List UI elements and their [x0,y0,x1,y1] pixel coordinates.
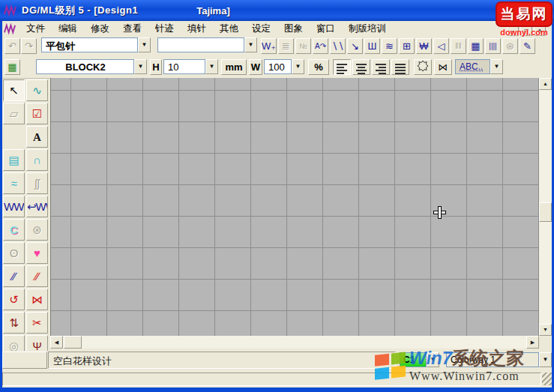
status-left-panel [2,352,47,369]
align-left-icon[interactable] [333,59,351,75]
width-combo[interactable]: 100 ▼ [264,59,304,76]
chevron-down-icon[interactable]: ▼ [539,352,552,367]
block-combo[interactable]: BLOCK2 ▼ [36,59,147,76]
chevron-down-icon[interactable]: ▼ [205,59,218,74]
menu-item[interactable]: 查看 [116,21,148,37]
sphere-fill-tool[interactable]: ⊛ [26,219,48,241]
toolbar-stitch: ↶ ↷ 平包针 ▼ ▼ W₊≣№A↷∖∖↘Ш≋⊞₩◁‖‖▦||||⊛✎ [2,36,552,58]
satin-stitch-icon[interactable]: Ш [364,38,380,54]
height-value[interactable]: 10 [163,59,205,74]
band-shape-tool[interactable]: ≈ [3,172,25,194]
menu-item[interactable]: 修改 [84,21,116,37]
chevron-down-icon[interactable]: ▼ [292,59,304,74]
width-value[interactable]: 100 [264,59,292,74]
check-tool[interactable]: ☑ [26,103,48,124]
curve-edit-tool[interactable]: ∿ [26,79,48,101]
chevron-down-icon[interactable]: ▼ [134,59,147,74]
stitch-list-icon[interactable]: ≣ [278,38,294,54]
menu-item[interactable]: 设定 [245,21,277,37]
preset-combo[interactable]: ▼ [157,37,257,54]
text-curve-icon[interactable]: A↷ [313,38,328,54]
column-bow-tool[interactable]: ⋈ [26,289,48,310]
menu-item[interactable]: 窗口 [310,21,342,37]
zigzag-stitch-icon[interactable]: ₩ [416,38,432,54]
chevron-down-icon[interactable]: ▼ [138,37,151,52]
height-label: H [150,59,162,75]
horizontal-scroll-thumb[interactable] [64,336,82,349]
menu-item[interactable]: 图象 [277,21,310,37]
stitch-edit-icon[interactable]: ✎ [520,38,535,54]
menu-item[interactable]: 其他 [213,21,245,37]
toolbar-text: ▦ BLOCK2 ▼ H 10 ▼ mm W 100 ▼ % ⋈ ABC.. ▼ [2,58,552,79]
font-combo[interactable]: ABC.. ▼ [455,59,503,76]
zigzag-open-tool[interactable]: WWW [3,196,25,217]
stitch-number-icon[interactable]: № [295,38,311,54]
align-right-icon[interactable] [372,59,390,75]
badge-outline-icon[interactable] [414,59,432,75]
column-shape-tool[interactable]: ▤ [3,149,25,171]
bars-icon[interactable]: ‖‖ [451,38,466,54]
horizontal-scrollbar[interactable]: ◀ ▶ [50,336,539,349]
envelope-shape-icon[interactable]: ⋈ [434,59,452,75]
jump-stitch-icon[interactable]: ↘ [347,38,363,54]
design-canvas[interactable] [50,78,539,336]
watermark-winwin7: Win7系统之家 Www.Winwin7.com [373,349,524,382]
status-message: 空白花样设计 [48,352,396,369]
dome-shape-tool[interactable]: ∩ [26,149,48,171]
chevron-down-icon[interactable]: ▼ [244,37,257,52]
text-tool[interactable]: A [26,126,48,148]
align-center-icon[interactable] [352,59,370,75]
align-justify-icon[interactable] [391,59,409,75]
vertical-scrollbar[interactable]: ▲ ▼ [539,78,552,336]
scissors-tool[interactable]: ✂ [26,312,48,334]
sequin-icon[interactable]: ⊛ [502,38,518,54]
fork-stitch-tool[interactable]: Ψ [26,335,48,351]
menu-item[interactable]: 针迹 [148,21,181,37]
curves-tool[interactable]: ʃʃ [26,172,48,194]
scroll-left-icon[interactable]: ◀ [50,336,63,349]
percent-unit-button[interactable]: % [308,59,329,75]
run-stitch-icon[interactable]: ∖∖ [330,38,346,54]
watermark-brand-right: 系统之家 [452,348,524,368]
parallel-stitch-tool[interactable]: ∕∕ [26,265,48,287]
scroll-down-icon[interactable]: ▼ [539,324,552,336]
scroll-right-icon[interactable]: ▶ [526,336,539,349]
crosshair-cursor [433,206,446,219]
menu-item[interactable]: 编辑 [52,21,84,37]
stitch-type-value[interactable]: 平包针 [41,37,138,52]
grid-fill-icon[interactable]: ⊞ [399,38,415,54]
pointer-tool[interactable]: ↖ [3,79,25,101]
mm-unit-button[interactable]: mm [221,59,247,75]
redo-button[interactable]: ↷ [21,38,37,54]
menu-item[interactable]: 制版培训 [342,21,393,37]
scroll-up-icon[interactable]: ▲ [539,78,552,90]
updown-stitch-tool[interactable]: ⇅ [3,312,25,334]
manual-stitch-icon[interactable]: W₊ [261,38,277,54]
spiral-tool[interactable]: ◎ [3,335,25,351]
empty-slot[interactable] [3,126,25,148]
height-combo[interactable]: 10 ▼ [163,59,218,76]
tatami-fill-icon[interactable]: ▦ [468,38,484,54]
undo-button[interactable]: ↶ [4,38,20,54]
menu-item[interactable]: 填针 [181,21,213,37]
resize-grip[interactable] [542,373,552,385]
preset-value[interactable] [157,37,244,52]
vertical-scroll-thumb[interactable] [539,202,552,222]
menu-item[interactable]: 文件 [19,21,52,37]
slant-stitch-tool[interactable]: ∕∕ [3,265,25,287]
block-value[interactable]: BLOCK2 [36,59,134,74]
stitch-type-combo[interactable]: 平包针 ▼ [41,37,151,54]
block-palette-icon[interactable]: ▦ [4,59,20,75]
applique-icon[interactable]: ◁ [433,38,449,54]
line-fill-icon[interactable]: |||| [485,38,501,54]
ellipse-tool[interactable]: ↺ [3,289,25,310]
complex-fill-tool[interactable]: C [3,219,25,241]
zigzag-return-tool[interactable]: ↩WW [26,196,48,217]
chevron-down-icon[interactable]: ▼ [490,59,503,74]
fur-stitch-icon[interactable]: ≋ [382,38,397,54]
width-label: W [249,59,262,75]
font-value[interactable]: ABC.. [455,59,490,74]
lasso-tool[interactable]: ▱ [3,103,25,124]
heart-fill-tool[interactable]: ♥ [26,242,48,264]
palette-shape-tool[interactable]: ʘ [3,242,25,264]
